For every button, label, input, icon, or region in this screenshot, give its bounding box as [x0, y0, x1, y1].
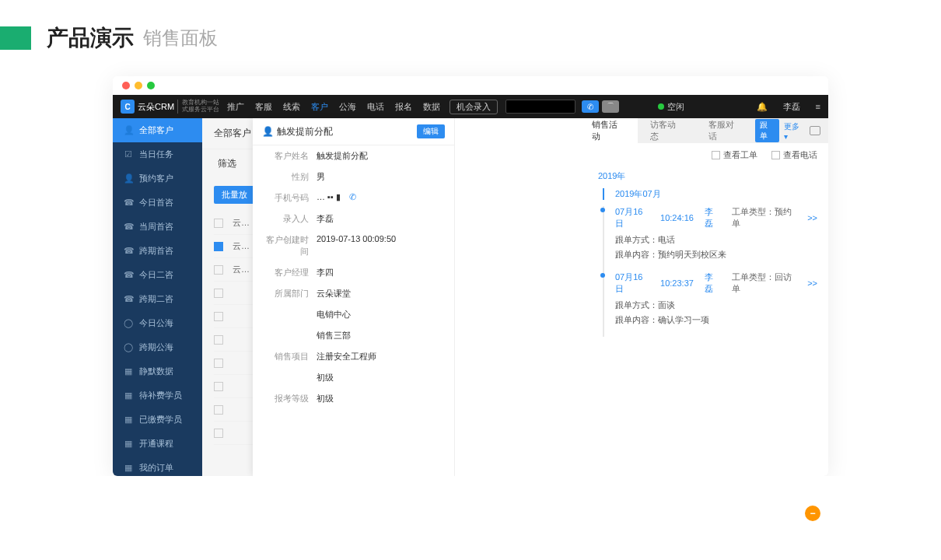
row-checkbox[interactable] [214, 312, 223, 321]
nav-item-1[interactable]: 客服 [255, 101, 272, 113]
topnav-right: 🔔 李磊 ≡ [757, 101, 820, 113]
sidebar-item-5[interactable]: ☎跨期首咨 [113, 239, 202, 263]
month-label: 2019年07月 [615, 188, 817, 200]
sidebar-item-14[interactable]: ▦我的订单 [113, 456, 202, 476]
sidebar-item-7[interactable]: ☎跨期二咨 [113, 287, 202, 311]
sidebar-icon: 👤 [124, 173, 133, 184]
expand-arrow-icon[interactable]: >> [807, 278, 817, 288]
entry-head: 07月16日10:23:37李磊工单类型：回访单>> [615, 271, 817, 295]
close-icon[interactable] [122, 82, 130, 89]
more-link[interactable]: 更多 ▾ [784, 121, 805, 141]
user-name[interactable]: 李磊 [783, 101, 800, 113]
filter-checkbox[interactable]: 查看电话 [771, 149, 817, 161]
info-value: 2019-07-13 00:09:50 [317, 234, 445, 257]
sidebar-item-0[interactable]: 👤全部客户 [113, 118, 202, 142]
sidebar-icon: ☑ [124, 149, 133, 159]
row-checkbox[interactable] [214, 335, 223, 345]
expand-arrow-icon[interactable]: >> [807, 213, 817, 222]
info-label: 报考等级 [262, 393, 317, 404]
sidebar-item-10[interactable]: ▦静默数据 [113, 359, 202, 383]
nav-item-0[interactable]: 推广 [227, 101, 244, 113]
timeline-entry: 07月16日10:24:16李磊工单类型：预约单>>跟单方式：电话跟单内容：预约… [603, 206, 817, 271]
nav-item-2[interactable]: 线索 [283, 101, 300, 113]
sidebar-item-6[interactable]: ☎今日二咨 [113, 263, 202, 287]
row-checkbox[interactable] [214, 429, 223, 438]
search-input[interactable] [505, 100, 575, 114]
info-value: 初级 [317, 372, 445, 383]
activity-tab-1[interactable]: 访客动态 [638, 118, 696, 143]
activity-tab-0[interactable]: 销售活动 [579, 118, 638, 143]
info-row: 性别男 [253, 166, 454, 187]
expand-icon[interactable] [810, 126, 820, 135]
sidebar-label: 开通课程 [139, 438, 173, 450]
nav-item-7[interactable]: 数据 [423, 101, 440, 113]
sidebar-label: 今日公海 [139, 317, 173, 329]
timeline-entries: 07月16日10:24:16李磊工单类型：预约单>>跟单方式：电话跟单内容：预约… [598, 206, 817, 337]
nav-item-5[interactable]: 电话 [367, 101, 384, 113]
row-checkbox[interactable] [214, 359, 223, 368]
sidebar-item-4[interactable]: ☎当周首咨 [113, 215, 202, 239]
info-value: 销售三部 [317, 330, 445, 341]
window-controls [113, 76, 828, 95]
menu-icon[interactable]: ≡ [816, 102, 820, 111]
info-label: 客户经理 [262, 267, 317, 278]
sidebar-label: 跨期首咨 [139, 245, 173, 257]
opportunity-button[interactable]: 机会录入 [450, 100, 498, 114]
sidebar-item-13[interactable]: ▦开通课程 [113, 432, 202, 456]
checkbox-icon [712, 151, 720, 159]
row-checkbox[interactable] [214, 242, 223, 251]
sidebar-item-2[interactable]: 👤预约客户 [113, 166, 202, 191]
filter-checkbox[interactable]: 查看工单 [712, 149, 757, 161]
info-value: 李磊 [317, 213, 445, 225]
row-checkbox[interactable] [214, 265, 223, 275]
minimize-icon[interactable] [135, 82, 142, 89]
bulk-action-button[interactable]: 批量放 [214, 186, 255, 204]
row-checkbox[interactable] [214, 219, 223, 228]
status-dot-icon [658, 103, 664, 110]
bell-icon[interactable]: 🔔 [757, 102, 768, 112]
sidebar-item-3[interactable]: ☎今日首咨 [113, 191, 202, 215]
slide-header: 产品演示 销售面板 [0, 0, 941, 76]
sidebar-item-12[interactable]: ▦已缴费学员 [113, 408, 202, 432]
sidebar-item-9[interactable]: ◯跨期公海 [113, 335, 202, 359]
sidebar-item-8[interactable]: ◯今日公海 [113, 311, 202, 335]
nav-item-4[interactable]: 公海 [339, 101, 356, 113]
checkbox-icon [771, 151, 780, 159]
edit-button[interactable]: 编辑 [417, 124, 445, 138]
follow-tag[interactable]: 跟单 [755, 119, 780, 142]
detail-panel: 👤 触发提前分配 编辑 客户姓名触发提前分配性别男手机号码… ▪▪ ▮ ✆录入人… [253, 118, 579, 476]
maximize-icon[interactable] [147, 82, 155, 89]
phone-icon[interactable]: ✆ [347, 192, 356, 201]
entry-line: 跟单内容：确认学习一项 [615, 313, 817, 327]
info-value: 男 [317, 171, 445, 183]
year-label: 2019年 [598, 170, 817, 182]
info-row: 电销中心 [253, 304, 454, 325]
sidebar-label: 当日任务 [139, 149, 173, 160]
hangup-button[interactable]: ⌒ [602, 100, 619, 113]
logo-icon: C [121, 100, 135, 114]
nav-item-3[interactable]: 客户 [311, 101, 328, 113]
info-row: 所属部门云朵课堂 [253, 283, 454, 304]
row-checkbox[interactable] [214, 289, 223, 298]
info-value: 触发提前分配 [317, 150, 445, 162]
sidebar-label: 待补费学员 [139, 390, 182, 401]
activity-tab-2[interactable]: 客服对话 [696, 118, 754, 143]
info-row: 客户经理李四 [253, 262, 454, 283]
logo-tagline: 教育机构一站 式服务云平台 [177, 100, 219, 114]
top-nav: C 云朵CRM 教育机构一站 式服务云平台 推广客服线索客户公海电话报名数据 机… [113, 95, 828, 118]
row-checkbox[interactable] [214, 405, 223, 415]
call-button[interactable]: ✆ [582, 100, 599, 113]
nav-item-6[interactable]: 报名 [395, 101, 412, 113]
entry-line: 跟单方式：面谈 [615, 298, 817, 313]
sidebar-icon: ▦ [124, 439, 133, 449]
info-value: 注册安全工程师 [317, 351, 445, 362]
sidebar-label: 已缴费学员 [139, 414, 182, 425]
info-column: 👤 触发提前分配 编辑 客户姓名触发提前分配性别男手机号码… ▪▪ ▮ ✆录入人… [253, 118, 455, 476]
app-window: C 云朵CRM 教育机构一站 式服务云平台 推广客服线索客户公海电话报名数据 机… [113, 76, 828, 476]
sidebar-item-1[interactable]: ☑当日任务 [113, 142, 202, 166]
row-checkbox[interactable] [214, 382, 223, 391]
detail-title: 触发提前分配 [277, 125, 333, 138]
status-indicator[interactable]: 空闲 [658, 101, 684, 113]
sidebar-item-11[interactable]: ▦待补费学员 [113, 383, 202, 408]
activity-panel: 销售活动访客动态客服对话 跟单 更多 ▾ 查看工单查看电话 2019年 2019… [579, 118, 828, 476]
